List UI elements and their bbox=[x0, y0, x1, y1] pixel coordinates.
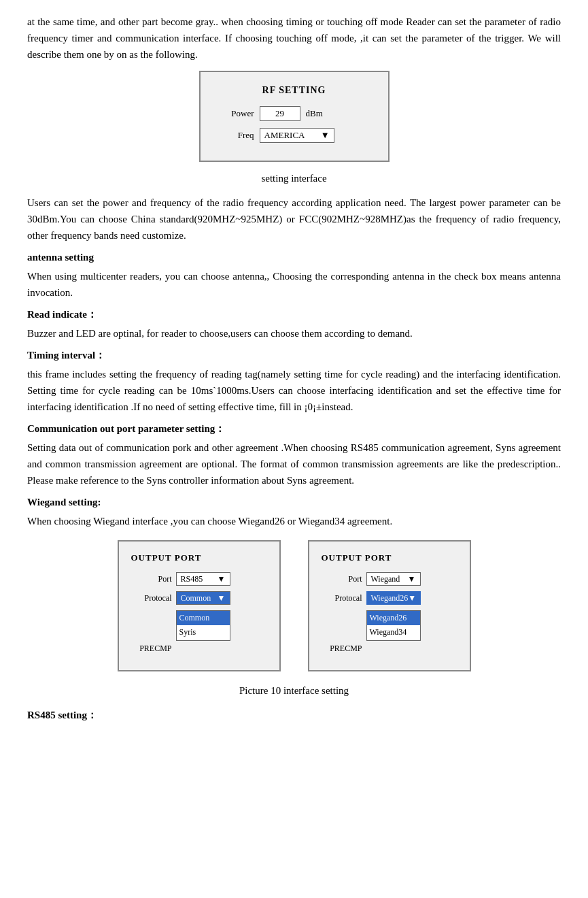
comm-text: Setting data out of communication pork a… bbox=[27, 439, 561, 488]
freq-row: Freq AMERICA ▼ bbox=[217, 128, 372, 143]
power-unit: dBm bbox=[306, 107, 323, 121]
right-port-arrow: ▼ bbox=[408, 573, 416, 586]
wiegand-text: When choosing Wiegand interface ,you can… bbox=[27, 513, 561, 529]
left-dropdown-list: Common Syris bbox=[131, 610, 267, 640]
output-port-images: OUTPUT PORT Port RS485 ▼ Protocal Common… bbox=[27, 540, 561, 671]
left-precmp-row: PRECMP bbox=[131, 642, 267, 655]
rf-setting-container: RF SETTING Power 29 dBm Freq AMERICA ▼ bbox=[27, 71, 561, 162]
output-port-right: OUTPUT PORT Port Wiegand ▼ Protocal Wieg… bbox=[308, 540, 471, 671]
users-power-paragraph: Users can set the power and frequency of… bbox=[27, 195, 561, 244]
left-protocal-value: Common bbox=[181, 592, 211, 605]
right-port-select[interactable]: Wiegand ▼ bbox=[366, 572, 421, 586]
right-port-row: Port Wiegand ▼ bbox=[322, 572, 457, 586]
right-dropdown-item-wiegand34[interactable]: Wiegand34 bbox=[367, 625, 420, 639]
timing-heading: Timing interval： bbox=[27, 347, 561, 363]
power-row: Power 29 dBm bbox=[217, 106, 372, 121]
right-protocal-value: Wiegand26 bbox=[371, 592, 409, 605]
read-indicate-heading: Read indicate： bbox=[27, 306, 561, 322]
right-protocal-row: Protocal Wiegand26 ▼ bbox=[322, 591, 457, 605]
right-precmp-label: PRECMP bbox=[322, 642, 362, 655]
right-dropdown-item-wiegand26[interactable]: Wiegand26 bbox=[367, 611, 420, 625]
output-port-left-title: OUTPUT PORT bbox=[131, 551, 267, 565]
left-port-value: RS485 bbox=[181, 573, 203, 586]
left-port-row: Port RS485 ▼ bbox=[131, 572, 267, 586]
right-protocal-select[interactable]: Wiegand26 ▼ bbox=[366, 591, 421, 605]
output-port-right-title: OUTPUT PORT bbox=[322, 551, 457, 565]
rf-setting-box: RF SETTING Power 29 dBm Freq AMERICA ▼ bbox=[199, 71, 390, 162]
right-port-label: Port bbox=[322, 573, 362, 586]
power-label: Power bbox=[217, 107, 254, 121]
freq-dropdown-arrow: ▼ bbox=[321, 129, 330, 143]
right-protocal-label: Protocal bbox=[322, 592, 362, 605]
left-protocal-select[interactable]: Common ▼ bbox=[176, 591, 230, 605]
rs485-heading: RS485 setting： bbox=[27, 707, 561, 723]
timing-text: this frame includes setting the frequenc… bbox=[27, 366, 561, 415]
antenna-heading: antenna setting bbox=[27, 249, 561, 265]
right-dropdown: Wiegand26 Wiegand34 bbox=[366, 610, 421, 640]
intro-paragraph: at the same time, and other part become … bbox=[27, 14, 561, 63]
left-protocal-arrow: ▼ bbox=[218, 592, 226, 605]
left-port-select[interactable]: RS485 ▼ bbox=[176, 572, 230, 586]
comm-heading: Communication out port parameter setting… bbox=[27, 420, 561, 437]
left-port-label: Port bbox=[131, 573, 172, 586]
left-precmp-label: PRECMP bbox=[131, 642, 172, 655]
output-port-left: OUTPUT PORT Port RS485 ▼ Protocal Common… bbox=[118, 540, 281, 671]
freq-select[interactable]: AMERICA ▼ bbox=[260, 128, 334, 143]
left-dropdown: Common Syris bbox=[176, 610, 230, 640]
power-value: 29 bbox=[260, 106, 300, 121]
freq-label: Freq bbox=[217, 129, 254, 143]
left-port-arrow: ▼ bbox=[218, 573, 226, 586]
setting-interface-caption: setting interface bbox=[27, 170, 561, 186]
right-precmp-row: PRECMP bbox=[322, 642, 457, 655]
left-dropdown-item-syris[interactable]: Syris bbox=[177, 625, 230, 639]
antenna-text: When using multicenter readers, you can … bbox=[27, 268, 561, 301]
left-protocal-label: Protocal bbox=[131, 592, 172, 605]
right-dropdown-list: Wiegand26 Wiegand34 bbox=[322, 610, 457, 640]
left-dropdown-item-common[interactable]: Common bbox=[177, 611, 230, 625]
read-indicate-text: Buzzer and LED are optinal, for reader t… bbox=[27, 325, 561, 342]
picture-caption: Picture 10 interface setting bbox=[27, 682, 561, 699]
wiegand-heading: Wiegand setting: bbox=[27, 494, 561, 510]
right-protocal-arrow: ▼ bbox=[408, 592, 416, 605]
right-port-value: Wiegand bbox=[371, 573, 400, 586]
left-protocal-row: Protocal Common ▼ bbox=[131, 591, 267, 605]
freq-value: AMERICA bbox=[264, 129, 305, 143]
rf-setting-title: RF SETTING bbox=[217, 83, 372, 98]
